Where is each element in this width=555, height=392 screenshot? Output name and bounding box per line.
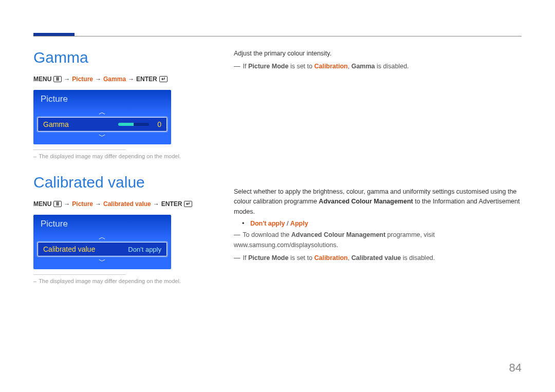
enter-label: ENTER [136,76,157,83]
osd-header: Picture [33,90,171,107]
gamma-right-column: Adjust the primary colour intensity. ― I… [234,49,522,75]
gamma-left-column: Gamma MENU → Picture → Gamma → ENTER Pic… [33,49,218,174]
arrow-icon: → [64,200,70,208]
path-picture: Picture [72,76,93,83]
gamma-menu-path: MENU → Picture → Gamma → ENTER [33,76,218,83]
menu-icon [53,76,62,82]
osd-row-value: 0 [156,120,161,128]
menu-icon [53,201,62,207]
arrow-icon: → [128,76,134,83]
calibrated-menu-path: MENU → Picture → Calibrated value → ENTE… [33,200,218,208]
menu-label: MENU [33,200,51,208]
gamma-osd-panel: Picture ︿ Gamma 0 ﹀ [33,90,171,144]
osd-row-value: Don't apply [128,246,161,253]
arrow-icon: → [153,200,159,208]
osd-row-label: Calibrated value [43,245,95,253]
enter-icon [184,201,192,207]
calibrated-options: • Don't apply / Apply [242,220,522,227]
calibrated-desc: Select whether to apply the brightness, … [234,187,522,217]
osd-down-arrow[interactable]: ﹀ [33,132,171,141]
note-text: The displayed image may differ depending… [39,153,181,159]
gamma-desc: Adjust the primary colour intensity. [234,49,522,59]
osd-up-arrow[interactable]: ︿ [33,232,171,242]
path-calibrated: Calibrated value [103,200,151,208]
arrow-icon: → [95,76,101,83]
note-rule [33,274,126,275]
header-rule [33,36,522,36]
content: Gamma MENU → Picture → Gamma → ENTER Pic… [33,49,522,298]
calibrated-title: Calibrated value [33,174,218,191]
note-text: The displayed image may differ depending… [39,278,181,284]
osd-up-arrow[interactable]: ︿ [33,107,171,117]
gamma-disable-note: ― If Picture Mode is set to Calibration,… [234,62,522,71]
path-picture: Picture [72,200,93,208]
osd-down-arrow[interactable]: ﹀ [33,256,171,266]
calibrated-disable-note: ― If Picture Mode is set to Calibration,… [234,253,522,263]
gamma-slider[interactable] [118,123,149,126]
calibrated-download-note: ― To download the Advanced Colour Manage… [234,230,522,250]
enter-icon [159,76,168,82]
calibrated-left-column: Calibrated value MENU → Picture → Calibr… [33,174,218,298]
arrow-icon: → [64,76,70,83]
menu-label: MENU [33,76,51,83]
calibrated-note: –The displayed image may differ dependin… [33,278,218,284]
calibrated-right-column: Select whether to apply the brightness, … [234,187,522,266]
gamma-note: –The displayed image may differ dependin… [33,153,218,159]
calibrated-osd-panel: Picture ︿ Calibrated value Don't apply ﹀ [33,215,171,269]
gamma-title: Gamma [33,49,218,66]
osd-gamma-row[interactable]: Gamma 0 [38,117,167,132]
osd-calibrated-row[interactable]: Calibrated value Don't apply [38,242,167,256]
enter-label: ENTER [161,200,182,208]
osd-row-label: Gamma [43,120,69,128]
note-rule [33,150,126,150]
path-gamma: Gamma [103,76,126,83]
page-number: 84 [509,361,522,375]
osd-header: Picture [33,215,171,232]
arrow-icon: → [95,200,101,208]
